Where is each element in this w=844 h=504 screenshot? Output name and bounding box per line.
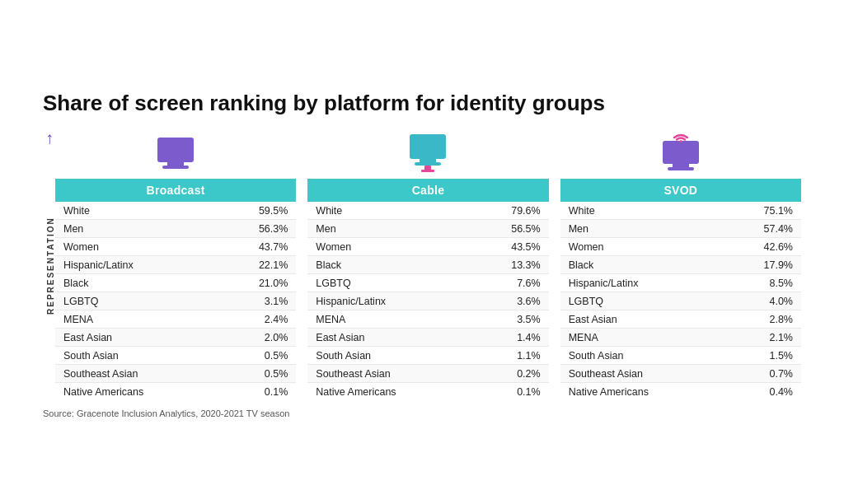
svg-rect-10 [668, 167, 694, 170]
row-label: Men [55, 220, 218, 238]
svod-icon [656, 131, 706, 174]
row-label: Men [307, 220, 471, 238]
platform-block-cable: CableWhite79.6%Men56.5%Women43.5%Black13… [307, 131, 548, 400]
row-value: 42.6% [724, 238, 801, 256]
row-value: 21.0% [218, 274, 296, 292]
row-label: East Asian [55, 329, 218, 347]
row-value: 8.5% [724, 274, 801, 292]
table-row: Native Americans0.4% [560, 383, 801, 401]
row-label: LGBTQ [55, 292, 218, 310]
table-row: MENA2.4% [55, 310, 296, 329]
row-label: Southeast Asian [55, 365, 218, 383]
table-svod: SVODWhite75.1%Men57.4%Women42.6%Black17.… [560, 179, 801, 400]
table-row: Black13.3% [307, 256, 548, 274]
table-row: South Asian1.1% [307, 347, 548, 365]
table-row: Hispanic/Latinx8.5% [560, 274, 801, 292]
arrow-down-icon: ↓ [45, 131, 54, 150]
svg-rect-7 [421, 170, 434, 172]
row-label: South Asian [307, 347, 471, 365]
row-label: MENA [55, 310, 218, 329]
row-value: 1.5% [724, 347, 801, 365]
table-row: Black21.0% [55, 274, 296, 292]
row-value: 2.0% [218, 329, 296, 347]
tables-wrapper: BroadcastWhite59.5%Men56.3%Women43.7%His… [55, 131, 801, 400]
table-row: Women42.6% [560, 238, 801, 256]
table-row: Southeast Asian0.5% [55, 365, 296, 383]
table-row: Women43.7% [55, 238, 296, 256]
table-header-broadcast: Broadcast [55, 179, 296, 202]
row-value: 0.5% [218, 347, 296, 365]
row-value: 22.1% [218, 256, 296, 274]
row-label: White [560, 202, 724, 220]
row-label: Black [55, 274, 218, 292]
table-cable: CableWhite79.6%Men56.5%Women43.5%Black13… [307, 179, 548, 400]
row-value: 0.7% [724, 365, 801, 383]
table-row: Women43.5% [307, 238, 548, 256]
table-row: Hispanic/Latinx3.6% [307, 292, 548, 310]
platform-block-broadcast: BroadcastWhite59.5%Men56.3%Women43.7%His… [55, 131, 296, 400]
row-value: 43.7% [218, 238, 296, 256]
table-row: LGBTQ3.1% [55, 292, 296, 310]
table-row: Men56.5% [307, 220, 548, 238]
table-row: LGBTQ4.0% [560, 292, 801, 310]
table-row: Southeast Asian0.2% [307, 365, 548, 383]
table-row: MENA2.1% [560, 329, 801, 347]
row-value: 75.1% [724, 202, 801, 220]
row-label: Black [560, 256, 724, 274]
svg-point-11 [679, 140, 682, 142]
row-value: 56.5% [471, 220, 549, 238]
row-value: 2.8% [724, 310, 801, 329]
cable-icon [403, 131, 452, 174]
row-value: 43.5% [471, 238, 549, 256]
table-header-cable: Cable [307, 179, 548, 202]
svg-rect-3 [410, 134, 446, 159]
svg-rect-1 [167, 162, 184, 166]
table-row: MENA3.5% [307, 310, 548, 329]
table-row: White75.1% [560, 202, 801, 220]
row-value: 56.3% [218, 220, 296, 238]
table-row: South Asian0.5% [55, 347, 296, 365]
content-area: REPRESENTATION ↓ BroadcastWhite59.5%Men5… [43, 131, 801, 400]
row-value: 3.5% [471, 310, 549, 329]
row-label: Native Americans [55, 383, 218, 401]
svg-rect-4 [420, 159, 436, 162]
svg-rect-9 [673, 164, 689, 167]
row-value: 17.9% [724, 256, 801, 274]
row-value: 0.1% [218, 383, 296, 401]
table-row: Men57.4% [560, 220, 801, 238]
row-label: Men [560, 220, 724, 238]
row-label: Hispanic/Latinx [55, 256, 218, 274]
row-label: Southeast Asian [307, 365, 471, 383]
row-label: Women [560, 238, 724, 256]
row-value: 13.3% [471, 256, 549, 274]
table-row: Native Americans0.1% [55, 383, 296, 401]
table-row: Native Americans0.1% [307, 383, 548, 401]
row-label: East Asian [307, 329, 471, 347]
table-row: White79.6% [307, 202, 548, 220]
row-label: South Asian [55, 347, 218, 365]
row-label: LGBTQ [307, 274, 471, 292]
table-row: East Asian2.0% [55, 329, 296, 347]
svg-rect-2 [162, 166, 189, 169]
page-title: Share of screen ranking by platform for … [43, 91, 801, 116]
row-value: 0.1% [471, 383, 549, 401]
row-label: Hispanic/Latinx [560, 274, 724, 292]
row-label: Southeast Asian [560, 365, 724, 383]
row-value: 79.6% [471, 202, 549, 220]
table-row: Southeast Asian0.7% [560, 365, 801, 383]
main-card: Share of screen ranking by platform for … [18, 74, 826, 430]
row-value: 2.4% [218, 310, 296, 329]
row-value: 0.5% [218, 365, 296, 383]
row-label: Hispanic/Latinx [307, 292, 471, 310]
source-label: Source: Gracenote Inclusion Analytics, 2… [43, 408, 801, 418]
row-label: Native Americans [307, 383, 471, 401]
platform-block-svod: SVODWhite75.1%Men57.4%Women42.6%Black17.… [560, 131, 801, 400]
table-row: Hispanic/Latinx22.1% [55, 256, 296, 274]
table-row: Black17.9% [560, 256, 801, 274]
row-label: White [55, 202, 218, 220]
table-row: LGBTQ7.6% [307, 274, 548, 292]
table-broadcast: BroadcastWhite59.5%Men56.3%Women43.7%His… [55, 179, 296, 400]
row-value: 4.0% [724, 292, 801, 310]
table-row: Men56.3% [55, 220, 296, 238]
row-value: 7.6% [471, 274, 549, 292]
